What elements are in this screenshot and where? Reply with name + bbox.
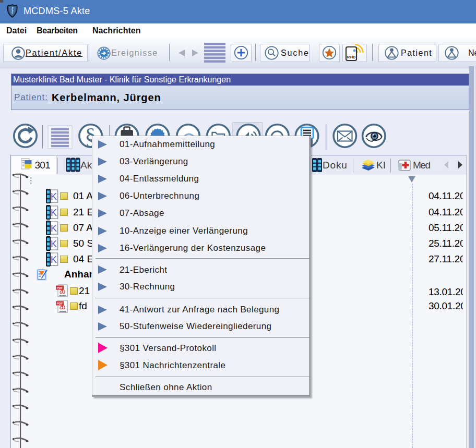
svg-text:RFID: RFID	[347, 55, 355, 59]
